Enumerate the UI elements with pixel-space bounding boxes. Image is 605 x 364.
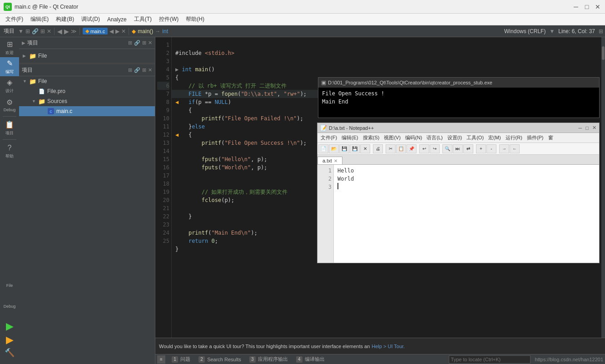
expand-btn[interactable]: ⊞	[599, 28, 603, 34]
search-input[interactable]	[449, 355, 531, 364]
npp-save[interactable]: 💾	[339, 144, 349, 153]
tree-item-filepro[interactable]: 📄 File.pro	[19, 86, 155, 96]
toolbar-nav-next[interactable]: ▶	[64, 28, 69, 35]
npp-tabs: a.txt ✕	[317, 155, 599, 165]
npp-close[interactable]: ✕	[360, 144, 370, 153]
sidebar-item-edit[interactable]: ✎ 编写	[0, 57, 19, 76]
npp-saveall[interactable]: 💾	[350, 144, 360, 153]
sidebar-item-design[interactable]: ◈ 设计	[0, 76, 19, 95]
bottom-tab-search[interactable]: 2 Search Results	[195, 355, 245, 364]
file-tab-pill[interactable]: ◆ main.c	[83, 28, 108, 34]
npp-zoom-out[interactable]: -	[486, 144, 496, 153]
npp-menu-view[interactable]: 视图(V)	[382, 133, 403, 142]
npp-menu-search[interactable]: 搜索(S)	[361, 133, 382, 142]
npp-menu-file[interactable]: 文件(F)	[318, 133, 339, 142]
npp-paste[interactable]: 📌	[407, 144, 417, 153]
npp-minimize[interactable]: ─	[579, 125, 582, 131]
project-filter-btn2[interactable]: ⊞	[128, 67, 132, 73]
tree-item-sources[interactable]: ▼ 📁 Sources	[19, 96, 155, 106]
sidebar-item-help[interactable]: ? 帮助	[0, 142, 19, 161]
sidebar-item-debug[interactable]: ⚙ Debug	[0, 95, 19, 114]
npp-find[interactable]: 🔍	[442, 144, 452, 153]
npp-copy[interactable]: 📋	[396, 144, 406, 153]
terminal-icon: ▣	[321, 79, 326, 86]
menu-analyze[interactable]: Analyze	[104, 15, 130, 24]
tab-nav-next[interactable]: ▶	[115, 28, 119, 34]
npp-title: D:\a.txt - Notepad++	[329, 125, 577, 131]
notepad-window[interactable]: 📝 D:\a.txt - Notepad++ ─ □ ✕ 文件(F) 编辑(E)…	[317, 123, 600, 263]
toolbar-nav-more[interactable]: ≫	[71, 28, 77, 34]
menu-tools[interactable]: 工具(T)	[130, 15, 155, 24]
maximize-button[interactable]: □	[583, 3, 590, 10]
menu-build[interactable]: 构建(B)	[52, 15, 78, 24]
bottom-toggle-btn[interactable]: ≡	[157, 355, 165, 364]
npp-zoom-in[interactable]: +	[476, 144, 486, 153]
close-button[interactable]: ✕	[594, 3, 601, 10]
npp-undo[interactable]: ↩	[419, 144, 429, 153]
npp-menu-macro[interactable]: 宏(M)	[486, 133, 503, 142]
npp-menu-plugins[interactable]: 插件(P)	[525, 133, 546, 142]
toolbar-close-icon[interactable]: ✕	[47, 28, 51, 34]
tab-nav-prev[interactable]: ◀	[109, 28, 114, 34]
npp-redo[interactable]: ↪	[430, 144, 440, 153]
project-close-btn2[interactable]: ✕	[148, 67, 152, 73]
npp-menu-encode[interactable]: 编码(N)	[403, 133, 424, 142]
npp-close[interactable]: ✕	[592, 125, 596, 131]
project-link-btn2[interactable]: 🔗	[134, 67, 140, 73]
menu-file[interactable]: 文件(F)	[2, 15, 27, 24]
build-button[interactable]: 🔨	[5, 348, 15, 358]
npp-new[interactable]: 📄	[318, 144, 328, 153]
project-add-btn[interactable]: ⊞	[142, 40, 146, 46]
toolbar-nav-prev[interactable]: ◀	[57, 28, 62, 35]
npp-tab-close[interactable]: ✕	[334, 158, 337, 163]
run-button[interactable]: ▶	[5, 320, 15, 332]
npp-replace[interactable]: ⇄	[463, 144, 473, 153]
bottom-tab-compileout[interactable]: 4 编译输出	[293, 355, 328, 364]
tab-close-x[interactable]: ✕	[121, 28, 126, 34]
bottom-tab-issues[interactable]: 1 问题	[168, 355, 194, 364]
project-close-btn[interactable]: ✕	[148, 40, 152, 46]
toolbar-filter-icon[interactable]: ⊞	[25, 28, 30, 34]
sidebar-item-project[interactable]: 📋 项目	[0, 118, 19, 138]
tree-collapse-top[interactable]: ▶	[22, 40, 25, 45]
sidebar-bottom-debug[interactable]: Debug	[0, 297, 19, 316]
tree-item-file[interactable]: ▼ 📁 File	[19, 76, 155, 86]
project-filter-btn[interactable]: ⊞	[128, 40, 132, 46]
project-link-btn[interactable]: 🔗	[134, 40, 140, 46]
npp-unindent[interactable]: ←	[510, 144, 520, 153]
npp-menu-lang[interactable]: 语言(L)	[424, 133, 445, 142]
npp-menu-edit[interactable]: 编辑(E)	[339, 133, 361, 142]
terminal-window[interactable]: ▣ D:\001_Programs\012_Qt\Tools\QtCreator…	[318, 77, 600, 118]
npp-menu-settings[interactable]: 设置(I)	[445, 133, 464, 142]
npp-indent[interactable]: →	[499, 144, 509, 153]
npp-menu-tools[interactable]: 工具(O)	[464, 133, 486, 142]
message-link[interactable]: Help > UI Tour.	[372, 344, 405, 349]
minimize-button[interactable]: ─	[572, 3, 580, 10]
npp-cut[interactable]: ✂	[386, 144, 396, 153]
bottom-tab-appout[interactable]: 3 应用程序输出	[246, 355, 292, 364]
tree-item-file-top[interactable]: ▶ 📁 File	[19, 51, 155, 61]
tree-item-mainc[interactable]: c main.c	[19, 106, 155, 116]
menu-help[interactable]: 帮助(H)	[182, 15, 208, 24]
menu-controls[interactable]: 控件(W)	[155, 15, 182, 24]
npp-menu-window[interactable]: 窗	[546, 133, 555, 142]
npp-open[interactable]: 📂	[329, 144, 339, 153]
npp-code[interactable]: Hello World	[334, 165, 599, 263]
npp-tab-atxt[interactable]: a.txt ✕	[317, 157, 342, 164]
menu-edit[interactable]: 编辑(E)	[27, 15, 52, 24]
sidebar-item-welcome[interactable]: ⊞ 欢迎	[0, 38, 19, 57]
npp-maximize[interactable]: □	[585, 125, 589, 131]
npp-menu-run[interactable]: 运行(R)	[503, 133, 525, 142]
app-title: main.c @ File - Qt Creator	[15, 4, 572, 10]
npp-print[interactable]: 🖨	[373, 144, 383, 153]
run-debug-button[interactable]: ▶	[5, 334, 15, 346]
menu-debug[interactable]: 调试(D)	[78, 15, 104, 24]
scrollbar-thumb[interactable]	[602, 46, 605, 60]
toolbar-link-icon[interactable]: 🔗	[32, 28, 39, 34]
toolbar-add-icon[interactable]: ⊞	[40, 28, 45, 34]
editor-scrollbar[interactable]	[601, 37, 605, 338]
tree-label-sources: Sources	[47, 98, 67, 104]
sidebar-bottom-file[interactable]: File	[0, 276, 19, 295]
npp-findnext[interactable]: ⏭	[453, 144, 463, 153]
project-add-btn2[interactable]: ⊞	[142, 67, 146, 73]
